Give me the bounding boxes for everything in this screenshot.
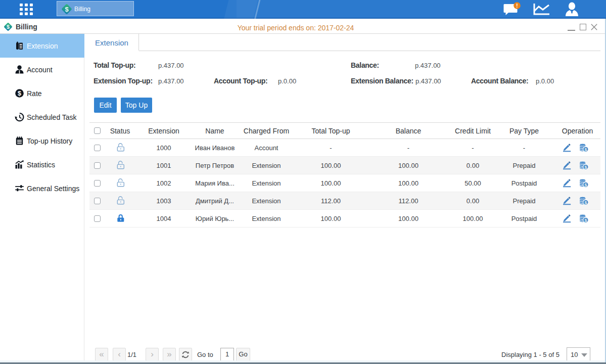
svg-text:$: $ xyxy=(65,6,69,13)
svg-text:$: $ xyxy=(584,183,587,188)
svg-text:$: $ xyxy=(584,200,587,205)
svg-text:!: ! xyxy=(516,3,518,9)
svg-text:$: $ xyxy=(584,147,587,152)
svg-text:$: $ xyxy=(584,218,587,223)
svg-text:$: $ xyxy=(584,165,587,170)
svg-text:$: $ xyxy=(18,90,21,97)
